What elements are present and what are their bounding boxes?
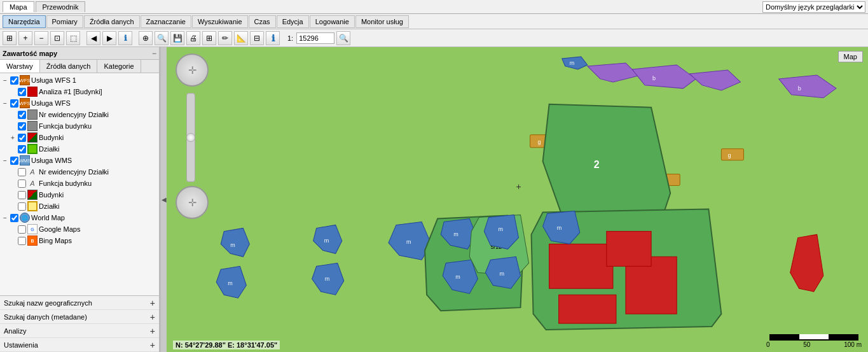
- zoom-thumb[interactable]: [186, 133, 195, 142]
- tree-checkbox-nr-ewid-wms[interactable]: [18, 168, 26, 176]
- tree-expand-wms[interactable]: −: [1, 157, 9, 164]
- nav-draw[interactable]: ✏: [218, 31, 232, 45]
- nav-search[interactable]: 🔍: [155, 31, 169, 45]
- nav-zoom-in[interactable]: +: [18, 31, 32, 45]
- map-compass[interactable]: ✛: [176, 53, 209, 87]
- toolbar-tab-monitor[interactable]: Monitor usług: [355, 15, 409, 28]
- tree-node-usluga-wms[interactable]: − WMS Usługa WMS: [1, 155, 158, 166]
- tree-expand-wfs1[interactable]: −: [1, 77, 9, 84]
- tree-node-world-map[interactable]: − 🌐 World Map: [1, 212, 158, 223]
- nav-save[interactable]: 💾: [170, 31, 184, 45]
- nav-scale-search[interactable]: 🔍: [336, 31, 350, 45]
- tree-node-funkcja-wms[interactable]: A Funkcja budynku: [1, 178, 158, 189]
- toolbar: Narzędzia Pomiary Źródła danych Zaznacza…: [0, 14, 868, 29]
- toolbar-tab-wyszukiwanie[interactable]: Wyszukiwanie: [192, 15, 248, 28]
- tab-przewodnik[interactable]: Przewodnik: [36, 1, 86, 12]
- tree-node-analiza1[interactable]: Analiza #1 [Budynki]: [1, 86, 158, 97]
- tree-checkbox-budynki[interactable]: [18, 134, 26, 142]
- tree-checkbox-google-maps[interactable]: [18, 225, 26, 234]
- map-compass-bottom[interactable]: ✛: [176, 186, 209, 219]
- tree-icon-analiza1: [27, 87, 38, 97]
- nav-print[interactable]: 🖨: [186, 31, 200, 45]
- tree-node-dzialki-wms[interactable]: Działki: [1, 201, 158, 212]
- tree-checkbox-dzialki[interactable]: [18, 145, 26, 153]
- tree-label-budynki: Budynki: [39, 134, 64, 141]
- tab-mapa[interactable]: Mapa: [3, 1, 34, 12]
- compass-circle-bottom: ✛: [176, 186, 209, 219]
- tree-label-wms: Usługa WMS: [31, 157, 72, 164]
- bottom-btn-analizy[interactable]: Analizy +: [0, 324, 159, 338]
- tree-checkbox-wfs[interactable]: [10, 99, 18, 108]
- bottom-btn-szukaj-danych-label: Szukaj danych (metadane): [4, 313, 87, 321]
- nav-zoom-out[interactable]: −: [34, 31, 48, 45]
- toolbar-tab-narzedzia[interactable]: Narzędzia: [3, 15, 46, 28]
- tree-expand-world-map[interactable]: −: [1, 215, 9, 222]
- tree-checkbox-wms[interactable]: [10, 157, 18, 165]
- nav-extent-box[interactable]: ⬚: [66, 31, 80, 45]
- left-panel: Zawartość mapy − Warstwy Źródła danych K…: [0, 47, 160, 352]
- tree-checkbox-bing-maps[interactable]: [18, 237, 26, 245]
- left-panel-collapse-btn[interactable]: −: [152, 49, 156, 58]
- toolbar-tab-logowanie[interactable]: Logowanie: [310, 15, 355, 28]
- tree-checkbox-budynki-wms[interactable]: [18, 191, 26, 199]
- toolbar-tab-zaznaczanie[interactable]: Zaznaczanie: [141, 15, 191, 28]
- nav-forward[interactable]: ▶: [102, 31, 116, 45]
- tree-node-funkcja[interactable]: Funkcja budynku: [1, 120, 158, 132]
- toolbar-tab-pomiary[interactable]: Pomiary: [46, 15, 83, 28]
- tree-checkbox-funkcja[interactable]: [18, 122, 26, 130]
- nav-zoom-rect[interactable]: ⊞: [3, 31, 17, 45]
- scale-input[interactable]: [296, 32, 334, 44]
- nav-export[interactable]: ⊞: [202, 31, 216, 45]
- tree-node-bing-maps[interactable]: B Bing Maps: [1, 235, 158, 246]
- tree-checkbox-nr-ewid[interactable]: [18, 111, 26, 119]
- tree-checkbox-analiza1[interactable]: [18, 88, 26, 96]
- tree-label-bing-maps: Bing Maps: [39, 237, 72, 244]
- lang-select-wrap: Domyślny język przeglądarki Polski Engli…: [762, 1, 865, 13]
- tree-expand-budynki[interactable]: +: [9, 134, 17, 141]
- tree-node-nr-ewid-wms[interactable]: A Nr ewidencyjny Działki: [1, 166, 158, 178]
- tree-node-google-maps[interactable]: G Google Maps: [1, 223, 158, 235]
- nav-table[interactable]: ⊟: [250, 31, 264, 45]
- map-area[interactable]: b b g g g g g 2 m m m: [167, 47, 868, 352]
- tree-checkbox-funkcja-wms[interactable]: [18, 180, 26, 188]
- nav-info2[interactable]: ℹ: [266, 31, 280, 45]
- svg-rect-14: [721, 149, 743, 160]
- zoom-track[interactable]: [186, 93, 195, 182]
- svg-marker-4: [779, 75, 836, 98]
- toolbar-tab-zrodla[interactable]: Źródła danych: [84, 15, 140, 28]
- svg-text:m: m: [406, 239, 411, 245]
- tree-icon-dzialki-wms: [27, 201, 38, 211]
- tree-expand-analiza1: [9, 88, 17, 95]
- bottom-btn-szukaj-danych[interactable]: Szukaj danych (metadane) +: [0, 310, 159, 324]
- bottom-btn-szukaj-nazw[interactable]: Szukaj nazw geograficznych +: [0, 296, 159, 310]
- map-button[interactable]: Map: [838, 51, 863, 62]
- compass-circle: ✛: [176, 53, 209, 87]
- tree-node-budynki[interactable]: + Budynki: [1, 132, 158, 143]
- lang-select[interactable]: Domyślny język przeglądarki Polski Engli…: [762, 1, 865, 13]
- svg-text:2: 2: [594, 159, 600, 170]
- tree-node-budynki-wms[interactable]: Budynki: [1, 189, 158, 201]
- tree-checkbox-dzialki-wms[interactable]: [18, 202, 26, 211]
- tree-checkbox-world-map[interactable]: [10, 214, 18, 222]
- svg-text:m: m: [499, 271, 504, 277]
- tree-expand-wfs[interactable]: −: [1, 100, 9, 107]
- svg-rect-45: [559, 295, 616, 323]
- tree-node-dzialki[interactable]: Działki: [1, 143, 158, 155]
- tree-node-usluga-wfs1[interactable]: − WFS Usługa WFS 1: [1, 74, 158, 86]
- nav-info[interactable]: ℹ: [118, 31, 132, 45]
- tree-node-usluga-wfs[interactable]: − WFS Usługa WFS: [1, 97, 158, 109]
- bottom-btn-ustawienia[interactable]: Ustawienia +: [0, 338, 159, 352]
- panel-tab-kategorie[interactable]: Kategorie: [97, 60, 141, 73]
- panel-collapse-handle[interactable]: ◀: [160, 47, 167, 352]
- nav-full-extent[interactable]: ⊡: [50, 31, 64, 45]
- nav-back[interactable]: ◀: [86, 31, 100, 45]
- panel-tab-warstwy[interactable]: Warstwy: [0, 60, 40, 73]
- toolbar-tab-czas[interactable]: Czas: [249, 15, 276, 28]
- toolbar-tab-edycja[interactable]: Edycja: [277, 15, 309, 28]
- tree-checkbox-wfs1[interactable]: [10, 76, 18, 85]
- nav-measure[interactable]: 📐: [234, 31, 248, 45]
- nav-select[interactable]: ⊕: [139, 31, 153, 45]
- panel-tab-zrodla[interactable]: Źródła danych: [40, 60, 98, 73]
- tree-node-nr-ewid[interactable]: Nr ewidencyjny Działki: [1, 109, 158, 120]
- tree-expand-google-maps: [9, 226, 17, 233]
